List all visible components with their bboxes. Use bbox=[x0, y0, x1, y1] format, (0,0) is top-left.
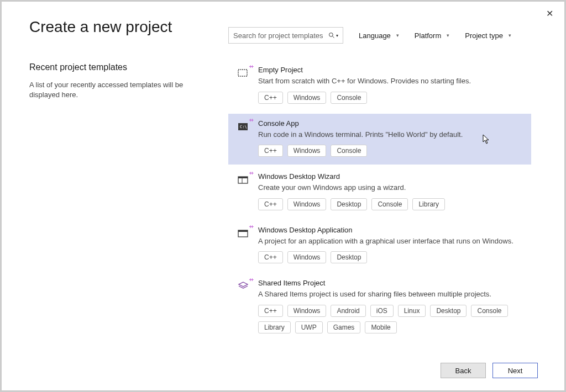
template-description: Create your own Windows app using a wiza… bbox=[258, 183, 522, 193]
template-tags: C++WindowsDesktopConsoleLibrary bbox=[258, 198, 522, 210]
tag: Mobile bbox=[365, 321, 396, 333]
tag: Windows bbox=[287, 92, 327, 104]
chevron-down-icon: ▾ bbox=[396, 33, 399, 38]
tag: C++ bbox=[258, 305, 283, 317]
svg-text:C:\: C:\ bbox=[240, 125, 247, 129]
search-box[interactable]: ▾ bbox=[228, 27, 343, 44]
language-filter[interactable]: Language ▾ bbox=[359, 31, 399, 40]
tag: Linux bbox=[398, 305, 426, 317]
tag: Library bbox=[412, 198, 445, 210]
template-description: A project for an application with a grap… bbox=[258, 236, 522, 246]
tag: Windows bbox=[287, 145, 327, 157]
template-tags: C++WindowsAndroidiOSLinuxDesktopConsoleL… bbox=[258, 305, 522, 333]
tag: Console bbox=[471, 305, 507, 317]
tag: C++ bbox=[258, 251, 283, 263]
tag: Library bbox=[258, 321, 291, 333]
project-type-filter-label: Project type bbox=[465, 31, 503, 40]
tag: UWP bbox=[295, 321, 323, 333]
platform-filter-label: Platform bbox=[415, 31, 441, 40]
tag: C++ bbox=[258, 198, 283, 210]
tag: Desktop bbox=[331, 251, 367, 263]
tag: C++ bbox=[258, 92, 283, 104]
project-type-filter[interactable]: Project type ▾ bbox=[465, 31, 511, 40]
tag: Desktop bbox=[430, 305, 467, 317]
template-list[interactable]: ++Empty ProjectStart from scratch with C… bbox=[228, 60, 538, 346]
template-name: Console App bbox=[258, 119, 522, 128]
svg-rect-6 bbox=[238, 177, 248, 178]
tag: Console bbox=[331, 92, 367, 104]
template-name: Empty Project bbox=[258, 66, 522, 74]
chevron-down-icon: ▾ bbox=[447, 33, 449, 38]
template-name: Windows Desktop Application bbox=[258, 226, 522, 234]
recent-templates-heading: Recent project templates bbox=[29, 62, 212, 72]
next-button[interactable]: Next bbox=[492, 363, 538, 378]
platform-filter[interactable]: Platform ▾ bbox=[415, 31, 449, 40]
template-description: Run code in a Windows terminal. Prints "… bbox=[258, 130, 522, 140]
svg-rect-2 bbox=[238, 70, 247, 76]
template-item[interactable]: ++Windows Desktop WizardCreate your own … bbox=[228, 167, 531, 218]
tag: Games bbox=[327, 321, 361, 333]
template-description: Start from scratch with C++ for Windows.… bbox=[258, 76, 522, 86]
empty-project-icon: ++ bbox=[237, 67, 249, 79]
svg-rect-9 bbox=[238, 230, 248, 232]
template-item[interactable]: ++Windows Desktop ApplicationA project f… bbox=[228, 220, 531, 272]
template-item[interactable]: ++Shared Items ProjectA Shared Items pro… bbox=[228, 273, 531, 341]
desktop-app-icon: ++ bbox=[237, 227, 249, 239]
template-tags: C++WindowsDesktop bbox=[258, 251, 522, 263]
tag: Windows bbox=[287, 251, 327, 263]
template-item[interactable]: ++Blank SolutionCreate an empty solution… bbox=[228, 343, 531, 346]
template-description: A Shared Items project is used for shari… bbox=[258, 289, 522, 299]
console-app-icon: C:\++ bbox=[237, 120, 249, 133]
template-name: Shared Items Project bbox=[258, 279, 522, 287]
tag: Console bbox=[331, 145, 367, 157]
tag: Windows bbox=[287, 198, 327, 210]
page-title: Create a new project bbox=[29, 18, 212, 36]
svg-line-1 bbox=[333, 36, 334, 38]
search-icon[interactable]: ▾ bbox=[328, 32, 338, 39]
tag: Console bbox=[371, 198, 408, 210]
tag: Windows bbox=[287, 305, 327, 317]
tag: Android bbox=[331, 305, 365, 317]
tag: Desktop bbox=[331, 198, 367, 210]
shared-items-icon: ++ bbox=[237, 280, 249, 292]
template-tags: C++WindowsConsole bbox=[258, 145, 522, 157]
chevron-down-icon: ▾ bbox=[509, 33, 511, 38]
tag: C++ bbox=[258, 145, 283, 157]
desktop-wizard-icon: ++ bbox=[237, 173, 249, 186]
recent-templates-description: A list of your recently accessed templat… bbox=[29, 80, 212, 100]
language-filter-label: Language bbox=[359, 31, 391, 40]
template-tags: C++WindowsConsole bbox=[258, 92, 522, 104]
search-input[interactable] bbox=[233, 31, 328, 40]
template-name: Windows Desktop Wizard bbox=[258, 172, 522, 181]
svg-point-0 bbox=[329, 33, 333, 37]
back-button[interactable]: Back bbox=[441, 363, 486, 378]
template-item[interactable]: ++Empty ProjectStart from scratch with C… bbox=[228, 60, 531, 112]
tag: iOS bbox=[370, 305, 394, 317]
template-item[interactable]: C:\++Console AppRun code in a Windows te… bbox=[228, 114, 531, 165]
close-button[interactable]: ✕ bbox=[542, 6, 558, 21]
